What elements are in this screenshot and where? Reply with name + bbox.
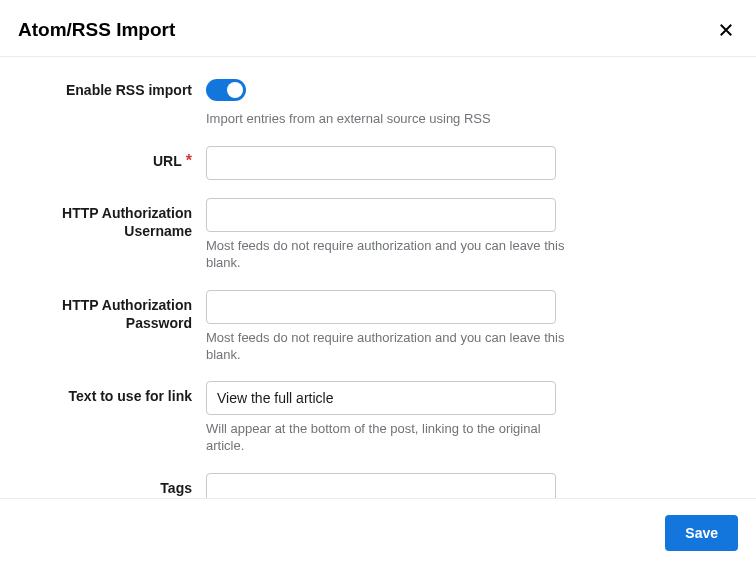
enable-rss-row: Enable RSS import Import entries from an… [18, 79, 738, 128]
enable-rss-toggle[interactable] [206, 79, 246, 101]
http-user-row: HTTP Authorization Username Most feeds d… [18, 198, 738, 272]
link-text-input[interactable] [206, 381, 556, 415]
http-pass-input[interactable] [206, 290, 556, 324]
http-pass-help: Most feeds do not require authorization … [206, 330, 566, 364]
url-label: URL [153, 152, 182, 170]
modal-title: Atom/RSS Import [18, 19, 175, 41]
http-pass-row: HTTP Authorization Password Most feeds d… [18, 290, 738, 364]
link-text-help: Will appear at the bottom of the post, l… [206, 421, 566, 455]
http-user-label: HTTP Authorization Username [18, 204, 192, 240]
atom-rss-import-modal: Atom/RSS Import Enable RSS import Import… [0, 0, 756, 567]
toggle-knob [227, 82, 243, 98]
tags-row: Tags Type tags separated by commas. [18, 473, 738, 498]
required-indicator: * [186, 152, 192, 169]
url-row: URL* [18, 146, 738, 180]
http-pass-label: HTTP Authorization Password [18, 296, 192, 332]
modal-body: Enable RSS import Import entries from an… [0, 57, 756, 498]
close-icon [717, 21, 735, 39]
modal-header: Atom/RSS Import [0, 0, 756, 57]
http-user-input[interactable] [206, 198, 556, 232]
save-button[interactable]: Save [665, 515, 738, 551]
enable-rss-label: Enable RSS import [66, 81, 192, 99]
modal-footer: Save [0, 498, 756, 567]
url-input[interactable] [206, 146, 556, 180]
link-text-label: Text to use for link [69, 387, 192, 405]
link-text-row: Text to use for link Will appear at the … [18, 381, 738, 455]
tags-label: Tags [160, 479, 192, 497]
close-button[interactable] [714, 18, 738, 42]
tags-input[interactable] [206, 473, 556, 498]
http-user-help: Most feeds do not require authorization … [206, 238, 566, 272]
enable-rss-help: Import entries from an external source u… [206, 111, 566, 128]
